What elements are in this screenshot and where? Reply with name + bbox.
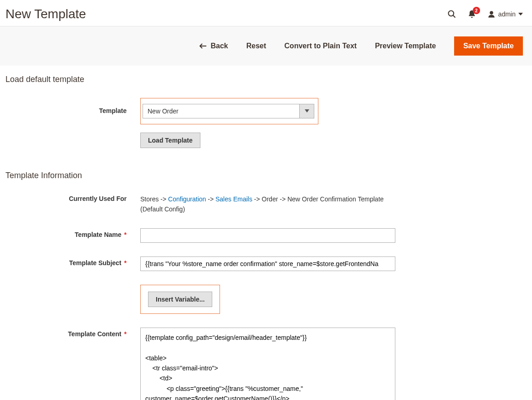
arrow-left-icon [200, 43, 207, 49]
template-content-label: Template Content [5, 328, 140, 338]
page-title: New Template [5, 7, 86, 21]
save-button[interactable]: Save Template [454, 36, 523, 56]
username: admin [498, 10, 516, 18]
search-icon[interactable] [447, 10, 456, 19]
convert-button[interactable]: Convert to Plain Text [284, 42, 357, 50]
svg-line-1 [453, 15, 455, 18]
user-menu[interactable]: admin [487, 10, 523, 18]
section-template-info-title: Template Information [5, 171, 527, 180]
svg-point-2 [490, 11, 493, 15]
template-subject-input[interactable] [140, 256, 395, 271]
template-subject-label: Template Subject [5, 256, 140, 267]
notification-badge: 2 [473, 7, 480, 14]
insert-variable-highlight: Insert Variable... [140, 285, 220, 314]
sales-emails-link[interactable]: Sales Emails [215, 195, 252, 203]
template-name-label: Template Name [5, 228, 140, 238]
template-select-arrow[interactable] [300, 104, 314, 118]
used-for-label: Currently Used For [5, 194, 140, 202]
preview-button[interactable]: Preview Template [375, 42, 436, 50]
chevron-down-icon [305, 109, 309, 113]
template-select[interactable]: New Order [143, 104, 300, 118]
user-icon [487, 10, 496, 18]
template-select-label: Template [5, 98, 140, 114]
template-select-highlight: New Order [140, 98, 318, 124]
svg-point-0 [448, 11, 454, 16]
configuration-link[interactable]: Configuration [168, 195, 206, 203]
chevron-down-icon [518, 12, 523, 16]
notifications-icon[interactable]: 2 [467, 10, 476, 19]
template-content-textarea[interactable] [140, 328, 395, 400]
template-name-input[interactable] [140, 228, 395, 243]
section-load-default-title: Load default template [5, 75, 527, 84]
back-button[interactable]: Back [200, 42, 228, 50]
insert-variable-button[interactable]: Insert Variable... [148, 292, 212, 307]
reset-button[interactable]: Reset [246, 42, 266, 50]
used-for-value: Stores -> Configuration -> Sales Emails … [140, 194, 395, 215]
action-bar: Back Reset Convert to Plain Text Preview… [0, 26, 532, 66]
load-template-button[interactable]: Load Template [140, 133, 200, 148]
